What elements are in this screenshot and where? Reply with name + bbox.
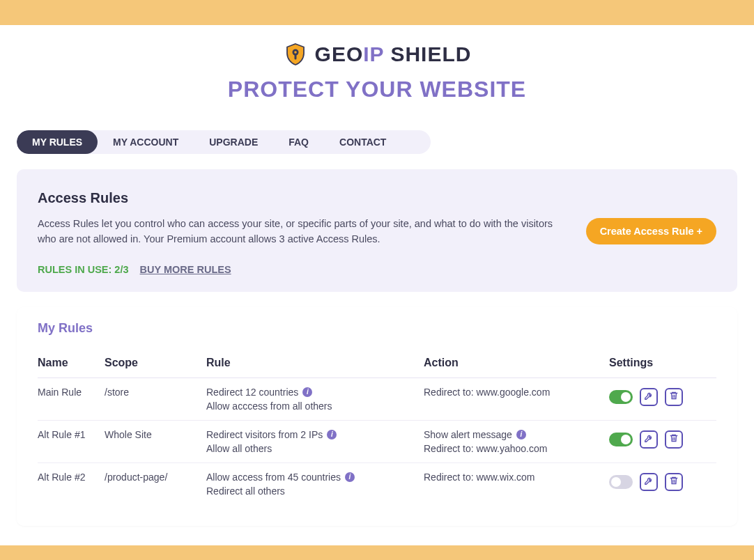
rule-scope: Whole Site xyxy=(105,429,206,440)
tagline: PROTECT YOUR WEBSITE xyxy=(0,77,754,102)
settings-cell xyxy=(609,429,707,449)
rule-name: Alt Rule #2 xyxy=(38,472,105,483)
top-accent-bar xyxy=(0,0,754,25)
wrench-icon xyxy=(644,476,654,488)
rule-name: Main Rule xyxy=(38,387,105,398)
rule-name: Alt Rule #1 xyxy=(38,429,105,440)
tab-my-account[interactable]: MY ACCOUNT xyxy=(98,130,194,154)
edit-button[interactable] xyxy=(640,388,658,406)
rule-scope: /product-page/ xyxy=(105,472,206,483)
enable-toggle[interactable] xyxy=(609,390,633,404)
rule-scope: /store xyxy=(105,387,206,398)
action-cell: Show alert message i Redirect to: www.ya… xyxy=(424,429,609,454)
settings-cell xyxy=(609,387,707,406)
main-tabs: MY RULES MY ACCOUNT UPGRADE FAQ CONTACT xyxy=(17,130,431,154)
action-line: Redirect to: www.yahoo.com xyxy=(424,443,547,454)
table-row: Main Rule /store Redirect 12 countries i… xyxy=(38,378,716,421)
action-cell: Redirect to: www.google.com xyxy=(424,387,609,398)
tab-faq[interactable]: FAQ xyxy=(273,130,324,154)
action-line: Redirect to: www.google.com xyxy=(424,387,550,398)
rule-cell: Redirect 12 countries i Allow acccess fr… xyxy=(206,387,424,412)
trash-icon xyxy=(669,433,679,445)
shield-icon xyxy=(283,42,308,67)
col-rule: Rule xyxy=(206,357,424,369)
panel-description: Access Rules let you control who can acc… xyxy=(38,216,553,247)
rule-line: Allow acccess from all others xyxy=(206,400,332,412)
tab-contact[interactable]: CONTACT xyxy=(324,130,401,154)
rules-in-use-count: RULES IN USE: 2/3 xyxy=(38,264,129,275)
col-scope: Scope xyxy=(105,357,206,369)
enable-toggle[interactable] xyxy=(609,433,633,446)
col-name: Name xyxy=(38,357,105,369)
access-rules-panel: Access Rules Access Rules let you contro… xyxy=(17,169,737,292)
enable-toggle[interactable] xyxy=(609,475,633,489)
rules-table: Name Scope Rule Action Settings Main Rul… xyxy=(38,348,716,505)
info-icon[interactable]: i xyxy=(327,430,337,440)
tab-upgrade[interactable]: UPGRADE xyxy=(194,130,273,154)
create-access-rule-button[interactable]: Create Access Rule + xyxy=(586,218,716,244)
svg-point-1 xyxy=(294,51,297,54)
action-line: Show alert message xyxy=(424,429,512,440)
wrench-icon xyxy=(644,391,654,403)
wrench-icon xyxy=(644,433,654,445)
rule-cell: Redirect visitors from 2 IPs i Allow all… xyxy=(206,429,424,454)
info-icon[interactable]: i xyxy=(302,387,312,397)
col-action: Action xyxy=(424,357,609,369)
trash-icon xyxy=(669,391,679,403)
buy-more-rules-link[interactable]: BUY MORE RULES xyxy=(140,264,231,275)
brand-geo: GEO xyxy=(315,42,364,65)
rule-line: Redirect all others xyxy=(206,485,285,497)
rule-line: Redirect 12 countries xyxy=(206,387,298,398)
rule-line: Redirect visitors from 2 IPs xyxy=(206,429,323,440)
brand-ip: IP xyxy=(363,42,384,65)
tab-my-rules[interactable]: MY RULES xyxy=(17,130,98,154)
rules-table-header: Name Scope Rule Action Settings xyxy=(38,348,716,378)
rule-line: Allow all others xyxy=(206,443,272,454)
settings-cell xyxy=(609,472,707,491)
edit-button[interactable] xyxy=(640,430,658,449)
my-rules-section: My Rules Name Scope Rule Action Settings… xyxy=(17,307,737,526)
edit-button[interactable] xyxy=(640,473,658,491)
rule-line: Allow access from 45 countries xyxy=(206,472,341,483)
table-row: Alt Rule #1 Whole Site Redirect visitors… xyxy=(38,421,716,463)
delete-button[interactable] xyxy=(665,388,683,406)
col-settings: Settings xyxy=(609,357,707,369)
panel-title: Access Rules xyxy=(38,190,716,206)
page-header: GEOIP SHIELD PROTECT YOUR WEBSITE xyxy=(0,25,754,109)
bottom-accent-bar xyxy=(0,545,754,560)
brand-name: GEOIP SHIELD xyxy=(315,42,472,66)
action-cell: Redirect to: www.wix.com xyxy=(424,472,609,483)
delete-button[interactable] xyxy=(665,473,683,491)
info-icon[interactable]: i xyxy=(516,430,526,440)
brand-shield: SHIELD xyxy=(384,42,471,65)
table-row: Alt Rule #2 /product-page/ Allow access … xyxy=(38,463,716,505)
action-line: Redirect to: www.wix.com xyxy=(424,472,534,483)
my-rules-heading: My Rules xyxy=(38,321,716,336)
rule-cell: Allow access from 45 countries i Redirec… xyxy=(206,472,424,497)
trash-icon xyxy=(669,476,679,488)
info-icon[interactable]: i xyxy=(345,472,355,482)
delete-button[interactable] xyxy=(665,430,683,449)
